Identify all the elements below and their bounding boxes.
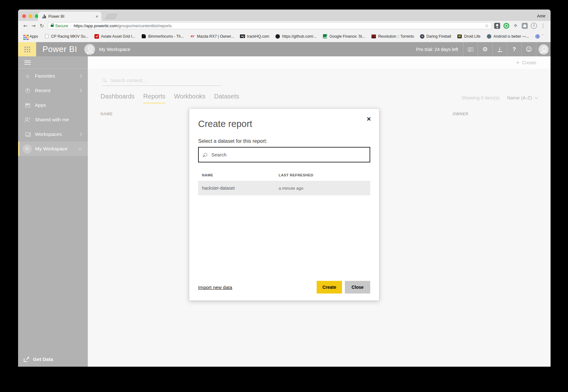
select-dataset-label: Select a dataset for this report:: [198, 138, 370, 144]
globe-favicon-icon: [535, 34, 540, 39]
lightbulb-extension-icon[interactable]: [494, 23, 500, 29]
address-bar[interactable]: Secure https://app.powerbi.com /groups/m…: [48, 22, 492, 29]
droid-life-favicon-icon: [457, 34, 462, 39]
close-window-button[interactable]: [22, 14, 26, 18]
apps-grid-icon: [23, 34, 28, 39]
revolution-favicon-icon: [371, 34, 376, 39]
import-new-data-link[interactable]: Import new data: [198, 285, 232, 290]
bookmarks-bar: Apps CP Racing MKIV Su... xfAviate Asset…: [18, 30, 551, 42]
bookmark-item[interactable]: Revolution :: Torrents: [371, 34, 414, 39]
powerbi-favicon-icon: [42, 15, 46, 18]
bookmark-item[interactable]: Android is better —...: [487, 34, 529, 39]
github-favicon-icon: [275, 34, 280, 39]
daring-fireball-favicon-icon: ★: [420, 34, 424, 39]
browser-toolbar: ← → ↻ Secure https://app.powerbi.com /gr…: [18, 21, 551, 30]
bimmerforums-favicon-icon: [141, 34, 146, 39]
url-host: https://app.powerbi.com: [74, 23, 117, 28]
column-header-last-refreshed: LAST REFRESHED: [279, 173, 313, 177]
dropbox-extension-icon[interactable]: ❖: [513, 23, 519, 29]
reload-button[interactable]: ↻: [38, 23, 46, 29]
browser-window: Power BI × Amir ← → ↻ Secure https://app…: [18, 9, 551, 367]
dataset-name: hackster-dataset: [202, 186, 235, 191]
pushbullet-extension-icon[interactable]: [503, 23, 509, 29]
back-button[interactable]: ←: [21, 23, 29, 29]
url-path: /groups/me/contentlist/reports: [117, 23, 171, 28]
page-favicon-icon: [44, 34, 49, 39]
bookmark-item[interactable]: `: [535, 34, 543, 39]
dataset-row[interactable]: hackster-dataset a minute ago: [198, 181, 370, 195]
bookmark-item[interactable]: Droid Life: [457, 34, 480, 39]
powerbi-app: Power BI My Workspace Pro trial: 24 days…: [18, 42, 551, 367]
rx7-favicon-icon: R7: [190, 34, 195, 39]
dialog-footer: Import new data Create Close: [198, 281, 370, 294]
browser-menu-icon[interactable]: ⋮: [539, 23, 547, 28]
create-button[interactable]: Create: [317, 281, 342, 294]
dataset-last-refreshed: a minute ago: [279, 186, 303, 191]
browser-tab[interactable]: Power BI ×: [38, 12, 101, 21]
bookmark-star-icon[interactable]: ☆: [485, 23, 489, 28]
close-button[interactable]: Close: [345, 281, 370, 294]
info-extension-icon[interactable]: !: [531, 23, 537, 29]
url-divider: [71, 23, 71, 28]
secure-label: Secure: [55, 23, 68, 28]
search-icon: [203, 152, 208, 157]
extension-icons: ❖ !: [494, 23, 537, 29]
bookmark-item[interactable]: xfAviate Asset Grid I...: [94, 34, 135, 39]
tab-strip: Power BI × Amir: [18, 9, 551, 21]
bookmark-item[interactable]: Bimmerforums - Th...: [141, 34, 184, 39]
screen: Power BI × Amir ← → ↻ Secure https://app…: [0, 0, 568, 392]
bookmark-item[interactable]: R7Mazda RX7 | Owner...: [190, 34, 234, 39]
bookmark-item[interactable]: CP Racing MKIV Su...: [44, 34, 88, 39]
column-header-name: NAME: [202, 173, 213, 177]
android-favicon-icon: [487, 34, 492, 39]
dataset-column-headers: NAME LAST REFRESHED: [198, 173, 370, 177]
trackhq-favicon-icon: HQ: [240, 35, 245, 38]
window-controls: [22, 14, 39, 18]
bookmark-item[interactable]: HQtrackHQ.com: [240, 34, 269, 39]
forward-button[interactable]: →: [29, 23, 38, 29]
secure-lock-icon: [51, 25, 54, 27]
bookmark-apps[interactable]: Apps: [23, 34, 38, 39]
new-tab-button[interactable]: [105, 14, 118, 19]
google-finance-favicon-icon: [322, 34, 327, 39]
tab-title: Power BI: [48, 14, 96, 19]
bookmark-item[interactable]: Google Finance: St...: [322, 34, 365, 39]
browser-profile-name[interactable]: Amir: [537, 14, 551, 21]
bookmark-item[interactable]: https://github.com/...: [275, 34, 316, 39]
dialog-title: Create report: [198, 119, 370, 129]
create-report-dialog: × Create report Select a dataset for thi…: [189, 108, 379, 301]
tab-close-icon[interactable]: ×: [95, 14, 98, 19]
minimize-window-button[interactable]: [29, 14, 32, 18]
bookmark-item[interactable]: ★Daring Fireball: [420, 34, 451, 39]
dataset-search-box[interactable]: [198, 147, 370, 162]
dataset-search-input[interactable]: [211, 152, 365, 157]
ghostery-extension-icon[interactable]: [522, 23, 528, 29]
dialog-close-icon[interactable]: ×: [367, 116, 371, 123]
xf-favicon-icon: xf: [94, 34, 99, 39]
